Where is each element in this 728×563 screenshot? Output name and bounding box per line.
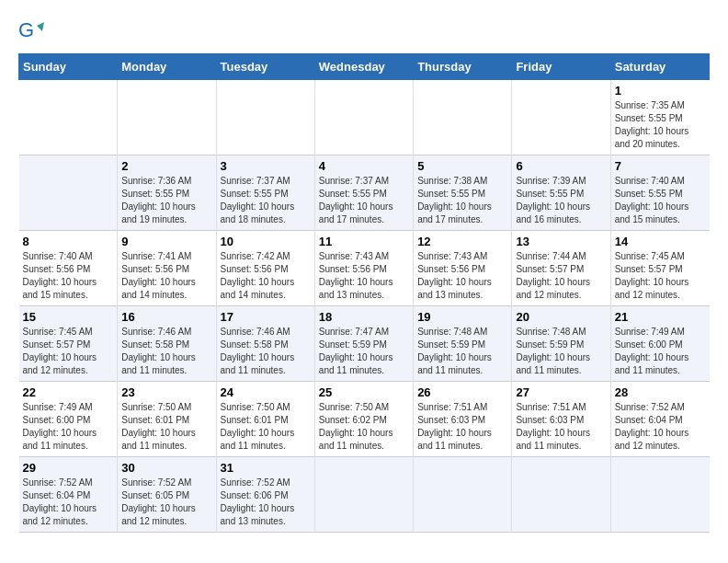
day-info: Sunrise: 7:52 AMSunset: 6:05 PMDaylight:…: [121, 477, 211, 528]
day-info: Sunrise: 7:37 AMSunset: 5:55 PMDaylight:…: [221, 175, 311, 226]
day-number: 8: [23, 235, 114, 248]
day-info: Sunrise: 7:37 AMSunset: 5:55 PMDaylight:…: [319, 175, 409, 226]
calendar-cell: [314, 80, 413, 155]
day-number: 5: [417, 159, 507, 173]
day-info: Sunrise: 7:41 AMSunset: 5:56 PMDaylight:…: [121, 250, 211, 302]
day-number: 11: [319, 235, 409, 248]
day-info: Sunrise: 7:49 AMSunset: 6:00 PMDaylight:…: [615, 326, 706, 377]
calendar-cell: 5Sunrise: 7:38 AMSunset: 5:55 PMDaylight…: [414, 155, 512, 231]
calendar-cell: 12Sunrise: 7:43 AMSunset: 5:56 PMDayligh…: [414, 231, 512, 306]
calendar-cell: 30Sunrise: 7:52 AMSunset: 6:05 PMDayligh…: [118, 457, 216, 533]
day-info: Sunrise: 7:50 AMSunset: 6:02 PMDaylight:…: [319, 401, 409, 453]
calendar-cell: 23Sunrise: 7:50 AMSunset: 6:01 PMDayligh…: [118, 382, 216, 457]
calendar-cell: 4Sunrise: 7:37 AMSunset: 5:55 PMDaylight…: [314, 155, 413, 231]
day-info: Sunrise: 7:43 AMSunset: 5:56 PMDaylight:…: [417, 250, 507, 302]
day-info: Sunrise: 7:43 AMSunset: 5:56 PMDaylight:…: [319, 250, 409, 302]
calendar-header-row: SundayMondayTuesdayWednesdayThursdayFrid…: [19, 54, 710, 80]
day-number: 29: [23, 461, 114, 475]
calendar-week-row: 29Sunrise: 7:52 AMSunset: 6:04 PMDayligh…: [19, 457, 710, 533]
day-info: Sunrise: 7:46 AMSunset: 5:58 PMDaylight:…: [221, 326, 311, 377]
day-number: 3: [221, 159, 311, 173]
calendar-cell: [19, 80, 118, 155]
day-number: 30: [121, 461, 211, 475]
svg-marker-1: [37, 22, 44, 31]
calendar-cell: 3Sunrise: 7:37 AMSunset: 5:55 PMDaylight…: [216, 155, 314, 231]
day-info: Sunrise: 7:51 AMSunset: 6:03 PMDaylight:…: [417, 401, 507, 453]
day-of-week-header: Friday: [512, 54, 610, 80]
calendar-cell: [512, 80, 610, 155]
calendar-cell: 17Sunrise: 7:46 AMSunset: 5:58 PMDayligh…: [216, 306, 314, 382]
day-info: Sunrise: 7:46 AMSunset: 5:58 PMDaylight:…: [121, 326, 211, 377]
calendar-cell: 18Sunrise: 7:47 AMSunset: 5:59 PMDayligh…: [314, 306, 413, 382]
calendar-cell: 10Sunrise: 7:42 AMSunset: 5:56 PMDayligh…: [216, 231, 314, 306]
page-header: G: [18, 18, 710, 44]
calendar-cell: 21Sunrise: 7:49 AMSunset: 6:00 PMDayligh…: [610, 306, 709, 382]
calendar-cell: [118, 80, 216, 155]
calendar-cell: 6Sunrise: 7:39 AMSunset: 5:55 PMDaylight…: [512, 155, 610, 231]
day-info: Sunrise: 7:52 AMSunset: 6:04 PMDaylight:…: [615, 401, 706, 453]
day-info: Sunrise: 7:48 AMSunset: 5:59 PMDaylight:…: [516, 326, 606, 377]
day-number: 25: [319, 385, 409, 399]
day-info: Sunrise: 7:40 AMSunset: 5:55 PMDaylight:…: [615, 175, 706, 226]
day-number: 13: [516, 235, 606, 248]
calendar-week-row: 22Sunrise: 7:49 AMSunset: 6:00 PMDayligh…: [19, 382, 710, 457]
day-info: Sunrise: 7:35 AMSunset: 5:55 PMDaylight:…: [615, 99, 706, 151]
calendar-cell: 1Sunrise: 7:35 AMSunset: 5:55 PMDaylight…: [610, 80, 709, 155]
calendar-cell: 2Sunrise: 7:36 AMSunset: 5:55 PMDaylight…: [118, 155, 216, 231]
calendar-cell: [19, 155, 118, 231]
day-number: 17: [221, 310, 311, 324]
day-number: 21: [615, 310, 706, 324]
day-info: Sunrise: 7:47 AMSunset: 5:59 PMDaylight:…: [319, 326, 409, 377]
day-of-week-header: Sunday: [19, 54, 118, 80]
calendar-cell: 13Sunrise: 7:44 AMSunset: 5:57 PMDayligh…: [512, 231, 610, 306]
calendar-cell: 19Sunrise: 7:48 AMSunset: 5:59 PMDayligh…: [414, 306, 512, 382]
day-number: 6: [516, 159, 606, 173]
day-info: Sunrise: 7:42 AMSunset: 5:56 PMDaylight:…: [221, 250, 311, 302]
calendar-cell: 29Sunrise: 7:52 AMSunset: 6:04 PMDayligh…: [19, 457, 118, 533]
calendar-cell: 24Sunrise: 7:50 AMSunset: 6:01 PMDayligh…: [216, 382, 314, 457]
day-info: Sunrise: 7:48 AMSunset: 5:59 PMDaylight:…: [417, 326, 507, 377]
calendar-cell: 27Sunrise: 7:51 AMSunset: 6:03 PMDayligh…: [512, 382, 610, 457]
calendar-week-row: 8Sunrise: 7:40 AMSunset: 5:56 PMDaylight…: [19, 231, 710, 306]
day-number: 18: [319, 310, 409, 324]
day-number: 10: [221, 235, 311, 248]
day-info: Sunrise: 7:50 AMSunset: 6:01 PMDaylight:…: [121, 401, 211, 453]
day-info: Sunrise: 7:49 AMSunset: 6:00 PMDaylight:…: [23, 401, 114, 453]
logo-icon: G: [18, 18, 44, 44]
svg-text:G: G: [18, 18, 34, 41]
calendar-week-row: 15Sunrise: 7:45 AMSunset: 5:57 PMDayligh…: [19, 306, 710, 382]
calendar-cell: 16Sunrise: 7:46 AMSunset: 5:58 PMDayligh…: [118, 306, 216, 382]
logo: G: [18, 18, 48, 44]
day-number: 22: [23, 385, 114, 399]
day-info: Sunrise: 7:45 AMSunset: 5:57 PMDaylight:…: [615, 250, 706, 302]
day-number: 7: [615, 159, 706, 173]
calendar-cell: 20Sunrise: 7:48 AMSunset: 5:59 PMDayligh…: [512, 306, 610, 382]
day-info: Sunrise: 7:50 AMSunset: 6:01 PMDaylight:…: [221, 401, 311, 453]
day-of-week-header: Wednesday: [314, 54, 413, 80]
day-number: 20: [516, 310, 606, 324]
calendar-cell: 7Sunrise: 7:40 AMSunset: 5:55 PMDaylight…: [610, 155, 709, 231]
calendar-cell: 28Sunrise: 7:52 AMSunset: 6:04 PMDayligh…: [610, 382, 709, 457]
day-number: 27: [516, 385, 606, 399]
day-number: 16: [121, 310, 211, 324]
calendar-week-row: 2Sunrise: 7:36 AMSunset: 5:55 PMDaylight…: [19, 155, 710, 231]
calendar-cell: 15Sunrise: 7:45 AMSunset: 5:57 PMDayligh…: [19, 306, 118, 382]
day-number: 24: [221, 385, 311, 399]
day-info: Sunrise: 7:39 AMSunset: 5:55 PMDaylight:…: [516, 175, 606, 226]
calendar-cell: 26Sunrise: 7:51 AMSunset: 6:03 PMDayligh…: [414, 382, 512, 457]
day-number: 15: [23, 310, 114, 324]
day-number: 4: [319, 159, 409, 173]
calendar-cell: 9Sunrise: 7:41 AMSunset: 5:56 PMDaylight…: [118, 231, 216, 306]
calendar-cell: [314, 457, 413, 533]
day-number: 19: [417, 310, 507, 324]
day-info: Sunrise: 7:52 AMSunset: 6:04 PMDaylight:…: [23, 477, 114, 528]
calendar-cell: [414, 457, 512, 533]
calendar-cell: 25Sunrise: 7:50 AMSunset: 6:02 PMDayligh…: [314, 382, 413, 457]
day-number: 26: [417, 385, 507, 399]
calendar-week-row: 1Sunrise: 7:35 AMSunset: 5:55 PMDaylight…: [19, 80, 710, 155]
calendar-cell: 31Sunrise: 7:52 AMSunset: 6:06 PMDayligh…: [216, 457, 314, 533]
day-number: 14: [615, 235, 706, 248]
day-info: Sunrise: 7:52 AMSunset: 6:06 PMDaylight:…: [221, 477, 311, 528]
calendar-cell: [610, 457, 709, 533]
day-number: 31: [221, 461, 311, 475]
